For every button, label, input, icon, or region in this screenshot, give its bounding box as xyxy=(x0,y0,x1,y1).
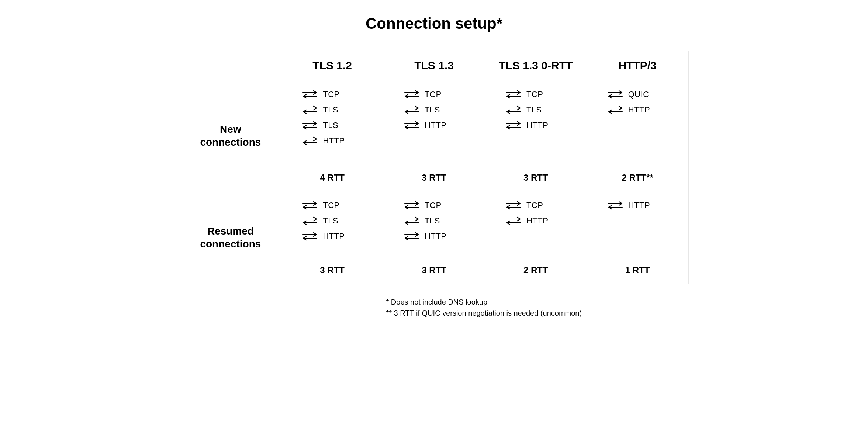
step-list: TCP HTTP xyxy=(492,200,579,256)
cell-new-tls13: TCP TLS HTTP 3 RTT xyxy=(383,80,485,191)
row-header-label: connections xyxy=(184,136,277,149)
step-label: TLS xyxy=(323,216,338,226)
table-row: New connections TCP TLS xyxy=(180,80,688,191)
row-header-new-connections: New connections xyxy=(180,80,281,191)
footnotes: * Does not include DNS lookup ** 3 RTT i… xyxy=(180,296,689,319)
step-item: TCP xyxy=(289,89,376,100)
cell-new-tls12: TCP TLS TLS HTTP xyxy=(281,80,383,191)
step-list: QUIC HTTP xyxy=(594,89,681,163)
bidirectional-arrow-icon xyxy=(505,120,522,131)
bidirectional-arrow-icon xyxy=(301,200,318,211)
step-item: TLS xyxy=(391,216,477,226)
step-label: TLS xyxy=(526,105,542,115)
step-label: HTTP xyxy=(323,232,345,241)
diagram-title: Connection setup* xyxy=(180,15,689,32)
step-item: HTTP xyxy=(492,120,579,131)
rtt-value: 2 RTT** xyxy=(594,173,681,183)
step-label: HTTP xyxy=(526,216,548,226)
cell-new-http3: QUIC HTTP 2 RTT** xyxy=(587,80,688,191)
bidirectional-arrow-icon xyxy=(403,120,420,131)
step-label: HTTP xyxy=(425,232,446,241)
bidirectional-arrow-icon xyxy=(403,89,420,100)
bidirectional-arrow-icon xyxy=(301,136,318,146)
step-label: TLS xyxy=(323,121,338,130)
step-item: TCP xyxy=(289,200,376,211)
step-label: TCP xyxy=(323,90,340,99)
footnote-line: ** 3 RTT if QUIC version negotiation is … xyxy=(386,308,689,319)
cell-resumed-http3: HTTP 1 RTT xyxy=(587,191,688,284)
step-label: HTTP xyxy=(425,121,446,130)
bidirectional-arrow-icon xyxy=(301,89,318,100)
step-item: HTTP xyxy=(289,231,376,242)
bidirectional-arrow-icon xyxy=(607,89,624,100)
step-label: TCP xyxy=(323,201,340,210)
cell-resumed-tls13-0rtt: TCP HTTP 2 RTT xyxy=(485,191,587,284)
step-item: TCP xyxy=(391,200,477,211)
bidirectional-arrow-icon xyxy=(505,200,522,211)
step-item: HTTP xyxy=(594,105,681,115)
rtt-value: 3 RTT xyxy=(492,173,579,183)
step-list: TCP TLS HTTP xyxy=(492,89,579,163)
table-corner-cell xyxy=(180,51,281,80)
step-item: TLS xyxy=(289,120,376,131)
footnote-line: * Does not include DNS lookup xyxy=(386,296,689,308)
step-list: TCP TLS HTTP xyxy=(391,200,477,256)
bidirectional-arrow-icon xyxy=(301,105,318,115)
column-header-tls13-0rtt: TLS 1.3 0-RTT xyxy=(485,51,587,80)
step-list: TCP TLS TLS HTTP xyxy=(289,89,376,163)
step-item: TLS xyxy=(391,105,477,115)
step-label: TLS xyxy=(323,105,338,115)
bidirectional-arrow-icon xyxy=(301,120,318,131)
row-header-resumed-connections: Resumed connections xyxy=(180,191,281,284)
rtt-value: 4 RTT xyxy=(289,173,376,183)
bidirectional-arrow-icon xyxy=(607,200,624,211)
step-label: HTTP xyxy=(628,105,650,115)
bidirectional-arrow-icon xyxy=(505,216,522,226)
bidirectional-arrow-icon xyxy=(505,105,522,115)
step-list: TCP TLS HTTP xyxy=(289,200,376,256)
cell-resumed-tls13: TCP TLS HTTP 3 RTT xyxy=(383,191,485,284)
step-item: QUIC xyxy=(594,89,681,100)
bidirectional-arrow-icon xyxy=(403,200,420,211)
step-item: HTTP xyxy=(492,216,579,226)
step-label: TCP xyxy=(425,90,442,99)
step-label: QUIC xyxy=(628,90,649,99)
column-header-http3: HTTP/3 xyxy=(587,51,688,80)
bidirectional-arrow-icon xyxy=(403,216,420,226)
step-label: TLS xyxy=(425,105,440,115)
step-label: HTTP xyxy=(323,136,345,146)
step-list: HTTP xyxy=(594,200,681,256)
step-item: TLS xyxy=(492,105,579,115)
bidirectional-arrow-icon xyxy=(403,105,420,115)
step-list: TCP TLS HTTP xyxy=(391,89,477,163)
row-header-label: Resumed xyxy=(184,225,277,237)
rtt-value: 2 RTT xyxy=(492,265,579,275)
cell-new-tls13-0rtt: TCP TLS HTTP 3 RTT xyxy=(485,80,587,191)
bidirectional-arrow-icon xyxy=(607,105,624,115)
step-item: TLS xyxy=(289,216,376,226)
rtt-value: 3 RTT xyxy=(391,173,477,183)
bidirectional-arrow-icon xyxy=(301,231,318,242)
row-header-label: New xyxy=(184,123,277,136)
cell-resumed-tls12: TCP TLS HTTP 3 RTT xyxy=(281,191,383,284)
step-item: HTTP xyxy=(594,200,681,211)
rtt-value: 3 RTT xyxy=(391,265,477,275)
step-label: TCP xyxy=(526,90,543,99)
rtt-value: 3 RTT xyxy=(289,265,376,275)
step-item: TCP xyxy=(492,200,579,211)
step-item: HTTP xyxy=(391,231,477,242)
bidirectional-arrow-icon xyxy=(505,89,522,100)
connection-setup-table: TLS 1.2 TLS 1.3 TLS 1.3 0-RTT HTTP/3 New… xyxy=(180,51,689,284)
table-row: Resumed connections TCP TLS xyxy=(180,191,688,284)
step-label: TCP xyxy=(425,201,442,210)
step-item: HTTP xyxy=(391,120,477,131)
rtt-value: 1 RTT xyxy=(594,265,681,275)
step-label: TLS xyxy=(425,216,440,226)
step-item: TCP xyxy=(492,89,579,100)
step-item: TCP xyxy=(391,89,477,100)
column-header-tls13: TLS 1.3 xyxy=(383,51,485,80)
step-item: TLS xyxy=(289,105,376,115)
step-item: HTTP xyxy=(289,136,376,146)
step-label: TCP xyxy=(526,201,543,210)
bidirectional-arrow-icon xyxy=(301,216,318,226)
